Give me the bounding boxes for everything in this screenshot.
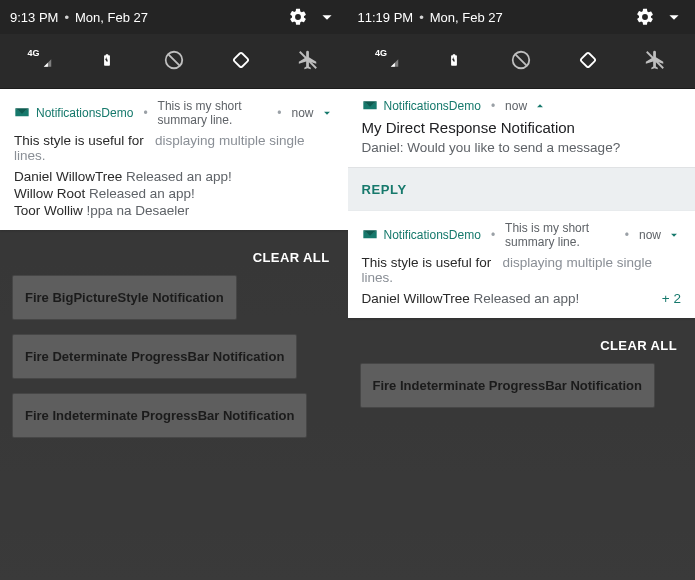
notification-header: NotificationsDemo • This is my short sum… [362,221,682,249]
style-line: This style is useful for displaying mult… [14,133,334,163]
separator: • [64,10,69,25]
app-name: NotificationsDemo [36,106,133,120]
quick-settings: 4G [0,34,348,89]
panel-left: 9:13 PM • Mon, Feb 27 4G [0,0,348,580]
chevron-up-icon[interactable] [533,99,547,113]
inbox-line: Daniel WillowTree Released an app! [14,169,334,184]
auto-rotate-icon[interactable] [229,48,253,72]
status-bar: 11:19 PM • Mon, Feb 27 [348,0,696,34]
fire-notification-button[interactable]: Fire Indeterminate ProgressBar Notificat… [360,363,655,408]
inbox-line: Willow Root Released an app! [14,186,334,201]
svg-rect-0 [233,52,249,68]
battery-icon[interactable] [442,48,466,72]
notification-body: Daniel: Would you like to send a message… [362,140,682,155]
settings-icon[interactable] [288,7,308,27]
status-time: 9:13 PM [10,10,58,25]
notification-inbox[interactable]: NotificationsDemo • This is my short sum… [348,211,696,318]
fire-notification-button[interactable]: Fire Indeterminate ProgressBar Notificat… [12,393,307,438]
signal-icon[interactable]: 4G [375,48,399,72]
battery-icon[interactable] [95,48,119,72]
style-line: This style is useful for displaying mult… [362,255,682,285]
signal-icon[interactable]: 4G [28,48,52,72]
notification-time: now [291,106,313,120]
panel-right: 11:19 PM • Mon, Feb 27 4G [348,0,696,580]
app-name: NotificationsDemo [384,228,481,242]
auto-rotate-icon[interactable] [576,48,600,72]
status-bar: 9:13 PM • Mon, Feb 27 [0,0,348,34]
clear-all-button[interactable]: CLEAR ALL [12,238,336,275]
mail-icon [362,100,378,112]
reply-button[interactable]: REPLY [348,167,696,211]
notification-title: My Direct Response Notification [362,119,682,136]
svg-rect-2 [581,52,597,68]
fire-notification-button[interactable]: Fire BigPictureStyle Notification [12,275,237,320]
clear-all-button[interactable]: CLEAR ALL [360,326,684,363]
inbox-line: Toor Wolliw !ppa na Desaeler [14,203,334,218]
quick-settings: 4G [348,34,696,89]
do-not-disturb-icon[interactable] [509,48,533,72]
app-name: NotificationsDemo [384,99,481,113]
settings-icon[interactable] [635,7,655,27]
mail-icon [14,107,30,119]
fire-notification-button[interactable]: Fire Determinate ProgressBar Notificatio… [12,334,297,379]
airplane-mode-icon[interactable] [296,48,320,72]
notification-summary: This is my short summary line. [505,221,615,249]
notification-inbox[interactable]: NotificationsDemo • This is my short sum… [0,89,348,230]
notification-summary: This is my short summary line. [158,99,268,127]
notification-header: NotificationsDemo • This is my short sum… [14,99,334,127]
notification-header: NotificationsDemo • now [362,99,682,113]
chevron-down-icon[interactable] [320,106,334,120]
shade-background: CLEAR ALL Fire BigPictureStyle Notificat… [0,230,348,580]
shade-background: CLEAR ALL Fire Indeterminate ProgressBar… [348,318,696,580]
overflow-count: + 2 [662,291,681,306]
chevron-down-icon[interactable] [667,228,681,242]
notification-time: now [639,228,661,242]
status-date: Mon, Feb 27 [430,10,503,25]
notification-direct-reply[interactable]: NotificationsDemo • now My Direct Respon… [348,89,696,167]
do-not-disturb-icon[interactable] [162,48,186,72]
expand-icon[interactable] [663,6,685,28]
separator: • [419,10,424,25]
airplane-mode-icon[interactable] [643,48,667,72]
inbox-line: Daniel WillowTree Released an app! + 2 [362,291,682,306]
mail-icon [362,229,378,241]
notification-time: now [505,99,527,113]
status-time: 11:19 PM [358,10,414,25]
status-date: Mon, Feb 27 [75,10,148,25]
expand-icon[interactable] [316,6,338,28]
